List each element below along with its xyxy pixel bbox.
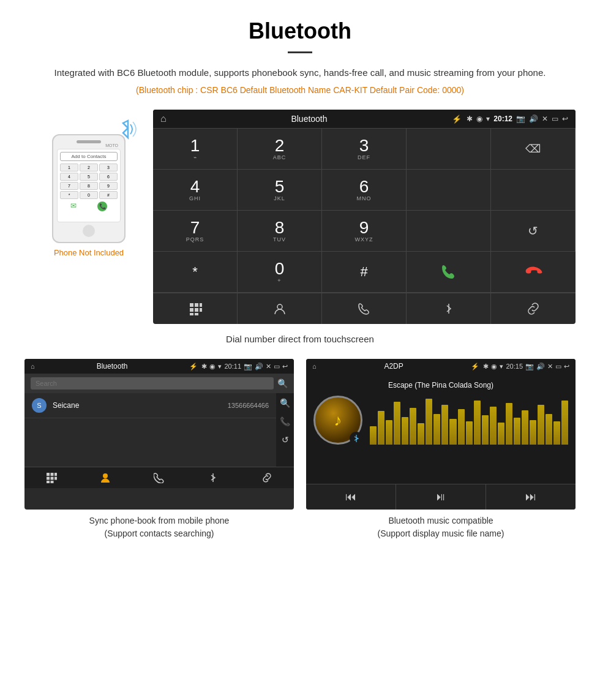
subtitle-text: Integrated with BC6 Bluetooth module, su…	[24, 66, 576, 80]
dial-key-8[interactable]: 8 TUV	[238, 211, 322, 252]
pb-loc-icon: ◉	[209, 363, 216, 371]
phone-key-8: 8	[80, 182, 98, 190]
svg-rect-15	[54, 477, 57, 480]
dial-call-green[interactable]	[407, 252, 491, 293]
pb-bottom-bar	[24, 467, 294, 488]
page-title: Bluetooth	[24, 18, 576, 44]
dial-key-9[interactable]: 9 WXYZ	[322, 211, 407, 252]
phone-key-3: 3	[99, 164, 118, 171]
wifi-icon: ▾	[486, 115, 490, 123]
pb-link-icon-bottom[interactable]	[240, 472, 294, 483]
phone-key-4: 4	[60, 173, 78, 181]
music-play-pause-icon[interactable]: ⏯	[396, 484, 486, 510]
svg-rect-1	[195, 303, 198, 307]
music-screen: ⌂ A2DP ⚡ ✱ ◉ ▾ 20:15 📷 🔊 ✕ ▭ ↩	[306, 359, 576, 510]
dial-key-1[interactable]: 1 ⌁	[153, 129, 238, 170]
ms-home-icon: ⌂	[312, 363, 317, 370]
dial-key-6[interactable]: 6 MNO	[322, 170, 407, 211]
phone-not-included-text: Phone Not Included	[54, 248, 124, 257]
pb-right-search-icon[interactable]: 🔍	[280, 398, 290, 408]
pb-status-bar: ⌂ Bluetooth ⚡ ✱ ◉ ▾ 20:11 📷 🔊 ✕ ▭ ↩	[24, 359, 294, 374]
dial-key-7[interactable]: 7 PQRS	[153, 211, 238, 252]
dial-key-0[interactable]: 0 +	[238, 252, 322, 293]
phonebook-caption: Sync phone-book from mobile phone(Suppor…	[24, 514, 294, 540]
pb-contact-name: Seicane	[53, 401, 222, 410]
car-screen-title: Bluetooth	[171, 114, 448, 124]
pb-grid-icon[interactable]	[24, 472, 78, 483]
pb-search-bar: 🔍	[24, 374, 294, 393]
svg-point-18	[103, 473, 108, 478]
dialpad-grid: 1 ⌁ 2 ABC 3 DEF ⌫ 4 GHI	[153, 128, 576, 293]
pb-home-icon: ⌂	[31, 363, 35, 370]
pb-search-input[interactable]	[31, 377, 274, 390]
dial-key-hash[interactable]: #	[322, 252, 407, 293]
music-prev-icon[interactable]: ⏮	[306, 484, 396, 510]
svg-rect-10	[47, 473, 50, 476]
pb-phone-icon[interactable]	[132, 472, 186, 483]
bottom-phone-icon[interactable]	[322, 293, 407, 324]
music-next-icon[interactable]: ⏭	[486, 484, 576, 510]
ms-bt-icon: ✱	[483, 363, 489, 371]
bottom-screens: ⌂ Bluetooth ⚡ ✱ ◉ ▾ 20:11 📷 🔊 ✕ ▭ ↩	[24, 359, 576, 540]
dial-empty-1	[407, 129, 491, 170]
dial-call-red[interactable]	[491, 252, 576, 293]
music-note-icon: ♪	[334, 411, 342, 430]
pb-contact-row[interactable]: S Seicane 13566664466	[24, 393, 276, 418]
dial-refresh[interactable]: ↺	[491, 211, 576, 252]
music-album-art: ♪	[313, 396, 362, 445]
svg-rect-7	[195, 313, 198, 315]
phone-key-2: 2	[80, 164, 98, 171]
phone-screen: Add to Contacts 1 2 3 4 5 6 7 8 9 *	[57, 149, 121, 222]
phone-bottom-icons: ✉ 📞	[60, 201, 118, 211]
bottom-person-icon[interactable]	[238, 293, 322, 324]
pb-cam-icon: 📷	[244, 363, 252, 371]
dialpad-bottom-bar	[153, 293, 576, 324]
pb-vol-icon: 🔊	[255, 363, 263, 371]
home-icon: ⌂	[160, 113, 167, 124]
status-time: 20:12	[493, 115, 512, 123]
pb-right-call-icon[interactable]: 📞	[280, 416, 290, 426]
dial-key-4[interactable]: 4 GHI	[153, 170, 238, 211]
phone-home-button	[83, 225, 95, 237]
phone-mock: MOTO Add to Contacts 1 2 3 4 5 6 7 8 9	[52, 134, 126, 243]
pb-bt-icon: ✱	[201, 363, 207, 371]
dial-empty-3	[491, 170, 576, 211]
camera-icon: 📷	[516, 115, 525, 123]
dial-key-star[interactable]: *	[153, 252, 238, 293]
svg-rect-4	[195, 308, 198, 312]
svg-rect-16	[47, 481, 50, 483]
music-song-title: Escape (The Pina Colada Song)	[388, 381, 493, 390]
dial-backspace[interactable]: ⌫	[491, 129, 576, 170]
back-icon: ↩	[562, 115, 568, 123]
svg-rect-6	[190, 313, 193, 315]
ms-status-icons: ✱ ◉ ▾ 20:15 📷 🔊 ✕ ▭ ↩	[483, 363, 569, 371]
bottom-grid-icon[interactable]	[153, 293, 238, 324]
location-icon: ◉	[476, 115, 482, 123]
pb-time: 20:11	[224, 363, 241, 371]
svg-rect-17	[51, 481, 54, 483]
pb-screen-title: Bluetooth	[39, 362, 186, 371]
music-caption: Bluetooth music compatible(Support displ…	[306, 514, 576, 540]
phone-key-0: 0	[80, 191, 98, 199]
pb-person-icon[interactable]	[78, 472, 132, 483]
pb-contact-number: 13566664466	[228, 402, 269, 409]
pb-bt-icon-bottom[interactable]	[186, 472, 240, 483]
ms-cam-icon: 📷	[525, 363, 534, 371]
phone-keypad: 1 2 3 4 5 6 7 8 9 * 0 #	[60, 164, 118, 199]
pb-back-icon: ↩	[282, 363, 288, 371]
dial-empty-4	[407, 211, 491, 252]
phonebook-caption-text: Sync phone-book from mobile phone(Suppor…	[89, 516, 230, 538]
pb-wifi-icon: ▾	[218, 363, 222, 371]
dial-key-5[interactable]: 5 JKL	[238, 170, 322, 211]
main-content-area: MOTO Add to Contacts 1 2 3 4 5 6 7 8 9	[24, 110, 576, 324]
phone-brand: MOTO	[57, 143, 121, 148]
music-spectrum	[370, 396, 568, 445]
phonebook-screen: ⌂ Bluetooth ⚡ ✱ ◉ ▾ 20:11 📷 🔊 ✕ ▭ ↩	[24, 359, 294, 510]
pb-right-refresh-icon[interactable]: ↺	[282, 435, 289, 445]
status-icons: ✱ ◉ ▾ 20:12 📷 🔊 ✕ ▭ ↩	[467, 115, 568, 123]
bottom-link-icon[interactable]	[491, 293, 576, 324]
dial-key-3[interactable]: 3 DEF	[322, 129, 407, 170]
pb-right-icons: 🔍 📞 ↺	[276, 393, 294, 467]
bottom-bluetooth-icon[interactable]	[407, 293, 491, 324]
dial-key-2[interactable]: 2 ABC	[238, 129, 322, 170]
